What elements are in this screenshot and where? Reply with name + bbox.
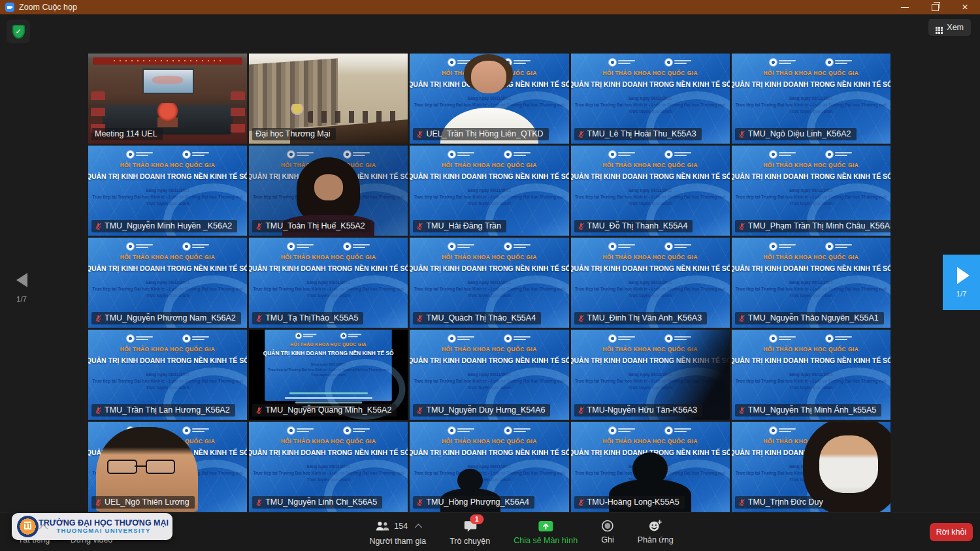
muted-mic-icon bbox=[416, 315, 423, 322]
participant-tile[interactable]: HỘI THẢO KHOA HỌC QUỐC GIA QUẢN TRỊ KINH… bbox=[249, 54, 408, 144]
tmu-logo-icon bbox=[183, 151, 190, 158]
banner-title: QUẢN TRỊ KINH DOANH TRONG NỀN KINH TẾ SỐ bbox=[571, 80, 730, 88]
banner-date: Sáng ngày 06/11/2021 bbox=[629, 372, 672, 377]
participant-tile[interactable]: HỘI THẢO KHOA HỌC QUỐC GIA QUẢN TRỊ KINH… bbox=[571, 54, 730, 144]
banner-title: QUẢN TRỊ KINH DOANH TRONG NỀN KINH TẾ SỐ bbox=[732, 264, 890, 272]
university-logos bbox=[287, 242, 370, 250]
participant-tile[interactable]: HỘI THẢO KHOA HỌC QUỐC GIA QUẢN TRỊ KINH… bbox=[732, 146, 890, 236]
record-button[interactable]: Ghi bbox=[601, 513, 613, 551]
participant-tile[interactable]: HỘI THẢO KHOA HỌC QUỐC GIA QUẢN TRỊ KINH… bbox=[410, 146, 568, 236]
brand-line-2: THUONGMAI UNIVERSITY bbox=[39, 527, 169, 535]
view-button[interactable]: Xem bbox=[928, 19, 971, 36]
banner-online: Trực tuyến qua zoom bbox=[146, 477, 189, 482]
tmu-logo-icon bbox=[665, 335, 672, 342]
tmu-logo-icon bbox=[344, 243, 351, 250]
participant-tile[interactable]: HỘI THẢO KHOA HỌC QUỐC GIA QUẢN TRỊ KINH… bbox=[571, 330, 730, 420]
participant-name-label: TMU_Trịnh Đức Duy bbox=[735, 496, 828, 509]
muted-mic-icon bbox=[738, 315, 745, 322]
participant-tile[interactable]: HỘI THẢO KHOA HỌC QUỐC GIA QUẢN TRỊ KINH… bbox=[249, 330, 408, 420]
banner-date: Sáng ngày 06/11/2021 bbox=[468, 96, 512, 101]
chat-button[interactable]: 1 Trò chuyện bbox=[449, 513, 490, 551]
banner-conference-type: HỘI THẢO KHOA HỌC QUỐC GIA bbox=[602, 254, 698, 260]
banner-conference-type: HỘI THẢO KHOA HỌC QUỐC GIA bbox=[442, 438, 537, 445]
tmu-logo-icon bbox=[665, 427, 672, 434]
share-screen-button[interactable]: Chia sẻ Màn hình bbox=[514, 513, 578, 551]
banner-title: QUẢN TRỊ KINH DOANH TRONG NỀN KINH TẾ SỐ bbox=[249, 264, 408, 272]
participant-name-label: TMU_Nguyễn Minh Huyền _K56A2 bbox=[91, 220, 237, 232]
reactions-button[interactable]: Phản ứng bbox=[638, 513, 674, 551]
participant-name: UEL_Ngô Thiên Lương bbox=[105, 497, 189, 507]
banner-online: Trực tuyến qua zoom bbox=[468, 109, 511, 114]
participant-tile[interactable]: HỘI THẢO KHOA HỌC QUỐC GIA QUẢN TRỊ KINH… bbox=[249, 238, 408, 328]
participant-tile[interactable]: HỘI THẢO KHOA HỌC QUỐC GIA QUẢN TRỊ KINH… bbox=[732, 54, 890, 144]
banner-online: Trực tuyến qua zoom bbox=[790, 293, 833, 298]
muted-mic-icon bbox=[578, 223, 585, 230]
banner-venue: Trực tiếp tại Trường Đại học Kinh tế - L… bbox=[92, 471, 243, 475]
participant-tile[interactable]: HỘI THẢO KHOA HỌC QUỐC GIA QUẢN TRỊ KINH… bbox=[88, 422, 247, 512]
tmu-logo-icon bbox=[665, 59, 672, 66]
banner-date: Sáng ngày 06/11/2021 bbox=[306, 464, 350, 469]
university-logos bbox=[127, 426, 209, 434]
banner-conference-type: HỘI THẢO KHOA HỌC QUỐC GIA bbox=[120, 346, 216, 353]
restore-button[interactable] bbox=[920, 0, 950, 14]
participant-tile[interactable]: HỘI THẢO KHOA HỌC QUỐC GIA QUẢN TRỊ KINH… bbox=[249, 422, 408, 512]
participant-tile[interactable]: HỘI THẢO KHOA HỌC QUỐC GIA QUẢN TRỊ KINH… bbox=[88, 146, 247, 236]
banner-conference-type: HỘI THẢO KHOA HỌC QUỐC GIA bbox=[602, 162, 698, 168]
uel-logo-icon bbox=[448, 151, 455, 158]
muted-mic-icon bbox=[255, 223, 263, 230]
banner-date: Sáng ngày 06/11/2021 bbox=[468, 280, 512, 285]
participant-name-label: TMU_Nguyễn Linh Chi_K56A5 bbox=[252, 496, 382, 509]
banner-online: Trực tuyến qua zoom bbox=[468, 385, 511, 390]
page-indicator: 1/7 bbox=[956, 290, 967, 298]
participant-tile[interactable]: HỘI THẢO KHOA HỌC QUỐC GIA QUẢN TRỊ KINH… bbox=[732, 330, 890, 420]
participant-tile[interactable]: HỘI THẢO KHOA HỌC QUỐC GIA QUẢN TRỊ KINH… bbox=[571, 422, 730, 512]
thuongmai-university-logo bbox=[17, 516, 39, 537]
banner-date: Sáng ngày 06/11/2021 bbox=[629, 188, 672, 193]
security-shield-button[interactable]: ✓ bbox=[7, 20, 30, 43]
participant-tile[interactable]: HỘI THẢO KHOA HỌC QUỐC GIA QUẢN TRỊ KINH… bbox=[732, 422, 890, 512]
banner-online: Trực tuyến qua zoom bbox=[307, 477, 350, 482]
participant-tile[interactable]: HỘI THẢO KHOA HỌC QUỐC GIA QUẢN TRỊ KINH… bbox=[410, 238, 568, 328]
participant-tile[interactable]: HỘI THẢO KHOA HỌC QUỐC GIA QUẢN TRỊ KINH… bbox=[410, 330, 568, 420]
next-page-button[interactable]: 1/7 bbox=[943, 255, 980, 310]
participants-button[interactable]: 154 Người tham gia bbox=[369, 513, 426, 551]
previous-page-button[interactable]: 1/7 bbox=[10, 273, 33, 303]
participant-tile[interactable]: HỘI THẢO KHOA HỌC QUỐC GIA QUẢN TRỊ KINH… bbox=[571, 146, 730, 236]
participant-tile[interactable]: HỘI THẢO KHOA HỌC QUỐC GIA QUẢN TRỊ KINH… bbox=[88, 330, 247, 420]
minimize-button[interactable]: — bbox=[890, 0, 920, 14]
participant-tile[interactable]: HỘI THẢO KHOA HỌC QUỐC GIA QUẢN TRỊ KINH… bbox=[410, 422, 568, 512]
university-logos bbox=[448, 150, 531, 158]
banner-online: Trực tuyến qua zoom bbox=[307, 201, 350, 206]
banner-conference-type: HỘI THẢO KHOA HỌC QUỐC GIA bbox=[442, 346, 537, 353]
university-logos bbox=[127, 150, 209, 158]
leave-meeting-button[interactable]: Rời khỏi bbox=[930, 523, 973, 541]
uel-logo-icon bbox=[295, 333, 301, 339]
muted-mic-icon bbox=[255, 499, 263, 506]
banner-title: QUẢN TRỊ KINH DOANH TRONG NỀN KINH TẾ SỐ bbox=[571, 172, 730, 180]
banner-title: QUẢN TRỊ KINH DOANH TRONG NỀN KINH TẾ SỐ bbox=[410, 172, 568, 180]
uel-logo-icon bbox=[770, 59, 777, 66]
participants-chevron-icon[interactable] bbox=[415, 524, 422, 531]
muted-mic-icon bbox=[578, 315, 585, 322]
window-title: Zoom Cuộc họp bbox=[19, 3, 77, 12]
banner-date: Sáng ngày 06/11/2021 bbox=[629, 96, 672, 101]
tmu-logo-icon bbox=[344, 427, 351, 434]
university-logos bbox=[295, 332, 361, 339]
self-video-thumbnail[interactable]: TRƯỜNG ĐẠI HỌC THƯƠNG MẠI THUONGMAI UNIV… bbox=[12, 513, 172, 540]
uel-logo-icon bbox=[609, 427, 616, 434]
university-logos bbox=[448, 426, 531, 434]
participant-tile[interactable]: HỘI THẢO KHOA HỌC QUỐC GIA QUẢN TRỊ KINH… bbox=[732, 238, 890, 328]
banner-conference-type: HỘI THẢO KHOA HỌC QUỐC GIA bbox=[120, 254, 216, 260]
record-button-label: Ghi bbox=[601, 535, 613, 544]
participant-tile[interactable]: HỘI THẢO KHOA HỌC QUỐC GIA QUẢN TRỊ KINH… bbox=[88, 54, 247, 144]
uel-logo-icon bbox=[287, 243, 295, 250]
banner-venue: Trực tiếp tại Trường Đại học Kinh tế - L… bbox=[736, 287, 887, 291]
banner-date: Sáng ngày 06/11/2021 bbox=[468, 464, 512, 469]
participant-tile[interactable]: HỘI THẢO KHOA HỌC QUỐC GIA QUẢN TRỊ KINH… bbox=[410, 54, 568, 144]
close-button[interactable]: ✕ bbox=[950, 0, 980, 14]
uel-logo-icon bbox=[448, 427, 455, 434]
participant-tile[interactable]: HỘI THẢO KHOA HỌC QUỐC GIA QUẢN TRỊ KINH… bbox=[88, 238, 247, 328]
muted-mic-icon bbox=[578, 407, 585, 414]
participant-tile[interactable]: HỘI THẢO KHOA HỌC QUỐC GIA QUẢN TRỊ KINH… bbox=[571, 238, 730, 328]
participant-tile[interactable]: HỘI THẢO KHOA HỌC QUỐC GIA QUẢN TRỊ KINH… bbox=[249, 146, 408, 236]
